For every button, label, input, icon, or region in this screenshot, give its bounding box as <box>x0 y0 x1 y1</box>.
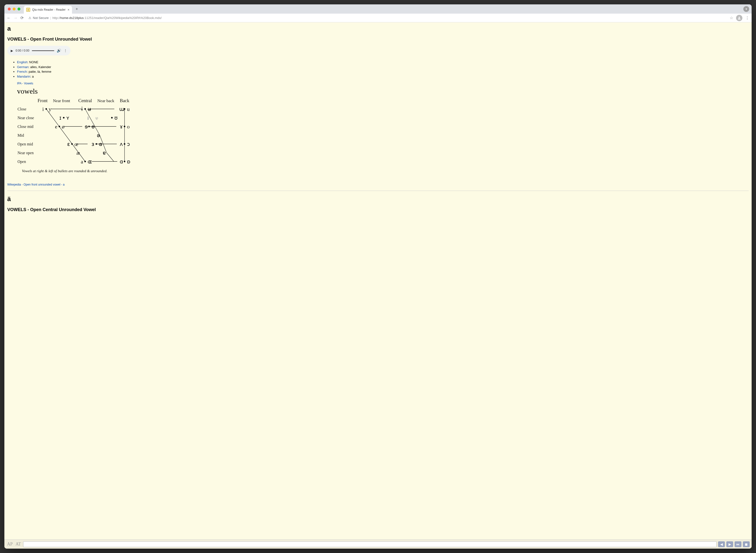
svg-text:ʉ: ʉ <box>88 106 91 112</box>
close-window-button[interactable] <box>8 8 11 10</box>
play-icon[interactable]: ▶ <box>11 49 13 53</box>
vowel-chart-svg: Front Near front Central Near back Back … <box>17 97 141 179</box>
minimize-window-button[interactable] <box>13 8 15 10</box>
svg-text:ɪ: ɪ <box>59 115 61 121</box>
svg-point-29 <box>111 117 112 118</box>
svg-text:ɔ: ɔ <box>127 141 130 147</box>
address-bar[interactable]: ⚠ Not Secure | http://home-ds218plus:112… <box>26 16 305 20</box>
svg-text:Front: Front <box>37 98 48 103</box>
svg-line-16 <box>106 153 114 161</box>
browser-window: i Qia mdx Reader - Reader × + ▾ ← → ⟳ ⚠ … <box>4 4 305 223</box>
svg-text:Vowels at right & left of bull: Vowels at right & left of bullets are ro… <box>22 169 107 173</box>
svg-point-30 <box>59 126 60 127</box>
svg-text:o: o <box>127 124 130 130</box>
list-item: French: patte, là, femme <box>17 69 305 74</box>
svg-text:Mid: Mid <box>17 133 24 137</box>
entry-title: VOWELS - Open Front Unrounded Vowel <box>7 37 305 42</box>
svg-text:Open mid: Open mid <box>17 142 33 146</box>
svg-text:e: e <box>55 124 57 130</box>
svg-text:ɜ: ɜ <box>91 141 94 147</box>
wikipedia-link[interactable]: Wikepedia - Open front unrounded vowel -… <box>7 183 65 186</box>
svg-text:Central: Central <box>78 98 92 103</box>
svg-line-14 <box>85 109 100 135</box>
toolbar: ← → ⟳ ⚠ Not Secure | http://home-ds218pl… <box>4 14 305 22</box>
reload-button[interactable]: ⟳ <box>20 15 23 20</box>
svg-text:Near front: Near front <box>53 98 70 103</box>
lang-link[interactable]: Mandarin <box>17 75 30 78</box>
titlebar: i Qia mdx Reader - Reader × + ▾ <box>4 4 305 14</box>
list-item: German: alles, Kalender <box>17 65 305 70</box>
svg-text:ʌ: ʌ <box>120 141 123 147</box>
svg-text:ɨ: ɨ <box>81 106 83 112</box>
svg-point-33 <box>71 143 73 145</box>
svg-text:ɶ: ɶ <box>88 159 92 165</box>
list-item: English: NONE <box>17 60 305 65</box>
svg-point-31 <box>88 126 90 127</box>
svg-text:Near back: Near back <box>97 98 114 103</box>
svg-point-26 <box>84 108 86 110</box>
list-item: Mandarin: a <box>17 74 305 79</box>
tab-favicon: i <box>26 8 30 12</box>
svg-point-25 <box>46 108 47 110</box>
audio-track[interactable] <box>32 50 54 51</box>
svg-text:œ: œ <box>74 141 78 147</box>
svg-text:Close mid: Close mid <box>17 125 33 129</box>
svg-point-28 <box>63 117 65 118</box>
maximize-window-button[interactable] <box>17 8 20 10</box>
ipa-vowels-link[interactable]: IPA - Vowels <box>17 82 33 85</box>
svg-text:ə: ə <box>97 132 100 138</box>
entry-symbol: ä <box>7 195 305 203</box>
browser-tab[interactable]: i Qia mdx Reader - Reader × <box>24 6 72 14</box>
svg-text:Open: Open <box>17 160 26 164</box>
forward-button[interactable]: → <box>14 16 17 20</box>
svg-point-34 <box>96 143 97 145</box>
svg-text:Close: Close <box>17 107 26 111</box>
vowel-chart: vowels Front Near front Central Near bac… <box>17 87 305 179</box>
url-text: http://home-ds218plus:11251/reader/Qia%2… <box>52 16 161 20</box>
svg-text:Near open: Near open <box>17 151 33 155</box>
svg-text:ɞ: ɞ <box>99 141 102 147</box>
svg-point-36 <box>84 161 86 162</box>
not-secure-icon: ⚠ <box>28 16 31 20</box>
audio-time: 0:00 / 0:00 <box>15 49 29 52</box>
svg-text:Back: Back <box>120 98 130 103</box>
svg-text:ɛ: ɛ <box>67 141 70 147</box>
svg-text:u: u <box>127 106 130 112</box>
svg-point-35 <box>124 143 125 145</box>
vowel-chart-title: vowels <box>17 87 305 95</box>
back-button[interactable]: ← <box>7 16 11 20</box>
svg-text:ɯ: ɯ <box>119 106 124 112</box>
new-tab-button[interactable]: + <box>73 6 80 12</box>
svg-text:ʊ: ʊ <box>114 115 118 121</box>
svg-text:y: y <box>49 106 51 112</box>
ipa-vowels-link-wrap: IPA - Vowels <box>17 82 305 85</box>
entry-title: VOWELS - Open Central Unrounded Vowel <box>7 207 305 212</box>
svg-text:ᵻ: ᵻ <box>87 115 89 121</box>
lang-link[interactable]: English <box>17 60 27 64</box>
svg-text:Near close: Near close <box>17 116 34 120</box>
svg-point-37 <box>124 161 125 162</box>
wiki-link-wrap: Wikepedia - Open front unrounded vowel -… <box>7 183 305 186</box>
close-tab-icon[interactable]: × <box>67 8 69 12</box>
lang-link[interactable]: French <box>17 70 27 73</box>
svg-text:ɑ: ɑ <box>120 159 123 165</box>
example-list: English: NONE German: alles, Kalender Fr… <box>7 60 305 79</box>
lang-link[interactable]: German <box>17 65 28 69</box>
page-content: a VOWELS - Open Front Unrounded Vowel ▶ … <box>4 22 305 223</box>
window-controls <box>8 8 20 10</box>
svg-text:ᵿ: ᵿ <box>95 115 98 121</box>
svg-text:ʏ: ʏ <box>66 115 69 121</box>
svg-text:a: a <box>81 159 83 165</box>
svg-text:ɒ: ɒ <box>127 159 130 165</box>
svg-text:ɘ: ɘ <box>85 124 88 130</box>
entry-symbol: a <box>7 25 305 32</box>
svg-text:ø: ø <box>62 124 65 130</box>
svg-text:ɵ: ɵ <box>91 124 95 130</box>
tab-title: Qia mdx Reader - Reader <box>32 8 65 11</box>
svg-text:ɐ: ɐ <box>103 150 106 156</box>
audio-menu-icon[interactable]: ⋮ <box>64 49 67 53</box>
audio-player[interactable]: ▶ 0:00 / 0:00 🔊 ⋮ <box>7 46 71 56</box>
svg-text:i: i <box>42 106 44 112</box>
volume-icon[interactable]: 🔊 <box>57 49 61 53</box>
svg-text:æ: æ <box>76 150 80 156</box>
